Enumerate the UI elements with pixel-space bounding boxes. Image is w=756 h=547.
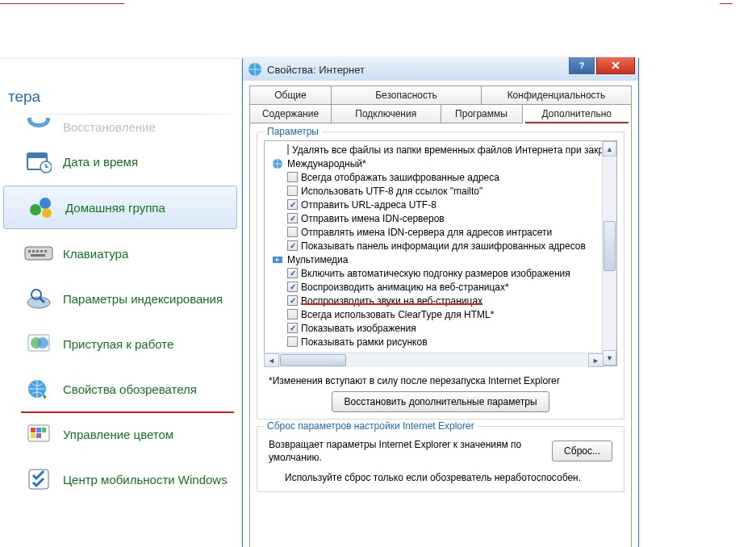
tree-row[interactable]: Показывать рамки рисунков [266,335,602,349]
cp-item-label: Домашняя группа [65,201,165,215]
svg-rect-9 [28,250,31,253]
tree-row[interactable]: Использовать UTF-8 для ссылок "mailto" [266,184,602,198]
tree-row[interactable]: Отправить имена IDN-серверов [266,211,602,225]
cp-item-datetime[interactable]: Дата и время [0,139,240,184]
tree-row[interactable]: Мультимедиа [266,253,602,266]
cp-item-mobility[interactable]: Центр мобильности Windows [0,457,240,502]
svg-rect-24 [42,428,46,432]
tree-checkbox[interactable] [287,336,298,347]
tree-item-label: Отправлять имена IDN-сервера для адресов… [301,227,552,238]
globe-icon [271,157,284,170]
media-icon [271,253,284,266]
tree-item-label: Всегда отображать зашифрованные адреса [301,172,499,183]
restart-hint: *Изменения вступают в силу после перезап… [269,375,617,386]
calendar-icon [24,147,53,176]
tab-general[interactable]: Общие [249,86,332,105]
tree-row[interactable]: Воспроизводить звуки на веб-страницах [266,294,602,307]
restore-defaults-button[interactable]: Восстановить дополнительные параметры [332,391,549,412]
color-mgmt-icon [24,420,53,449]
tree-row[interactable]: Удалять все файлы из папки временных фай… [266,143,602,157]
svg-point-19 [37,337,48,349]
tab-connections[interactable]: Подключения [331,104,441,123]
cp-item-recovery[interactable]: Восстановление [0,115,240,139]
tree-row[interactable]: Включить автоматическую подгонку размеро… [266,266,602,280]
tree-row[interactable]: Отправить URL-адреса UTF-8 [266,198,602,211]
tree-checkbox[interactable] [287,199,298,210]
mobility-icon [24,465,53,494]
tree-checkbox[interactable] [287,213,298,223]
tree-checkbox[interactable] [287,227,298,237]
reset-note: Используйте сброс только если обозревате… [264,467,617,485]
tab-advanced[interactable]: Дополнительно [522,104,633,123]
tree-item-label: Отправить URL-адреса UTF-8 [301,199,436,211]
tree-checkbox[interactable] [287,268,298,278]
vertical-scrollbar[interactable]: ▲ ▼ [602,141,616,365]
horizontal-scrollbar[interactable]: ◄ ► [264,353,604,367]
dialog-body: Общие Безопасность Конфиденциальность Со… [243,81,638,547]
scroll-up-arrow[interactable]: ▲ [603,141,616,157]
help-button[interactable]: ? [569,57,595,74]
svg-point-7 [42,208,52,218]
tree-checkbox[interactable] [287,240,298,251]
reset-description: Возвращает параметры Internet Explorer к… [269,438,542,464]
tab-programs[interactable]: Программы [441,104,523,123]
scroll-down-arrow[interactable]: ▼ [603,350,616,365]
scroll-track[interactable] [603,157,616,350]
cp-item-label: Клавиатура [63,247,128,261]
tree-row[interactable]: Показывать изображения [266,321,602,335]
dialog-titlebar[interactable]: Свойства: Интернет ? [243,58,638,81]
svg-rect-8 [25,247,52,260]
tree-checkbox[interactable] [287,172,298,182]
tree-row[interactable]: Воспроизводить анимацию на веб-страницах… [266,280,602,294]
svg-rect-22 [31,428,36,432]
cp-item-getting-started[interactable]: Приступая к работе [0,321,240,366]
tree-row[interactable]: Международный* [266,157,602,170]
tree-item-label: Воспроизводить анимацию на веб-страницах… [301,282,509,293]
tab-strip: Общие Безопасность Конфиденциальность Со… [249,86,632,123]
cp-item-color[interactable]: Управление цветом [0,411,240,457]
svg-rect-26 [36,433,41,438]
tab-content[interactable]: Содержание [249,104,332,123]
annotation-underline [525,122,629,123]
svg-rect-25 [31,433,36,438]
cp-item-label: Восстановление [63,120,156,134]
tree-row[interactable]: Показывать панель информации для зашифро… [266,239,602,253]
group-label: Сброс параметров настройки Internet Expl… [264,420,478,432]
tree-row[interactable]: Всегда использовать ClearType для HTML* [266,307,602,321]
tree-checkbox[interactable] [287,323,298,333]
group-label: Параметры [264,126,322,137]
tree-item-label: Показывать изображения [301,323,416,334]
scroll-thumb[interactable] [604,221,616,271]
cp-item-internet-options[interactable]: Свойства обозревателя [0,366,240,411]
tree-checkbox[interactable] [287,186,298,196]
scroll-left-arrow[interactable]: ◄ [264,353,279,367]
tab-privacy[interactable]: Конфиденциальность [481,86,632,105]
cp-item-label: Параметры индексирования [63,292,223,306]
tree-checkbox[interactable] [287,295,298,306]
cp-item-homegroup[interactable]: Домашняя группа [3,186,237,229]
reset-button[interactable]: Сброс... [552,441,612,461]
annotation-line [0,3,124,4]
cp-item-label: Центр мобильности Windows [63,473,228,486]
tab-security[interactable]: Безопасность [331,86,482,105]
keyboard-icon [24,239,53,268]
tree-checkbox[interactable] [287,144,289,155]
tree-row[interactable]: Всегда отображать зашифрованные адреса [266,170,602,184]
cp-item-indexing[interactable]: Параметры индексирования [0,276,240,321]
close-button[interactable] [596,57,635,74]
scroll-right-arrow[interactable]: ► [588,353,604,367]
tab-panel-advanced: Параметры Удалять все файлы из папки вре… [249,123,632,547]
tree-checkbox[interactable] [287,309,298,319]
group-reset: Сброс параметров настройки Internet Expl… [257,426,624,492]
svg-rect-23 [36,428,41,432]
group-parameters: Параметры Удалять все файлы из папки вре… [257,132,624,420]
tree-checkbox[interactable] [287,282,298,292]
cp-item-label: Свойства обозревателя [63,382,197,396]
tree-row[interactable]: Отправлять имена IDN-сервера для адресов… [266,225,602,239]
cp-item-keyboard[interactable]: Клавиатура [0,231,240,276]
scroll-track[interactable] [279,353,588,367]
scroll-thumb[interactable] [280,354,346,366]
annotation-line [720,3,733,4]
settings-tree[interactable]: Удалять все файлы из папки временных фай… [264,140,617,366]
tree-item-label: Показывать панель информации для зашифро… [301,240,586,252]
